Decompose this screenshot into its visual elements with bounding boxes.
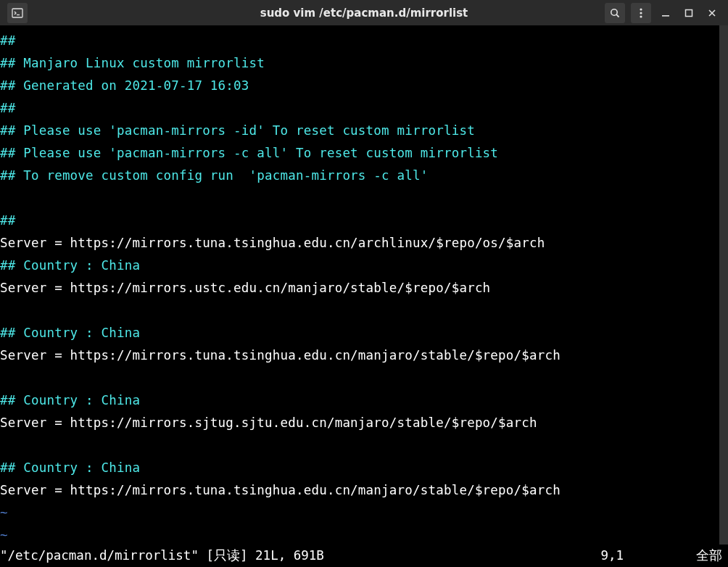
editor-line: ~ [0, 502, 719, 524]
svg-rect-8 [686, 9, 692, 16]
editor-line: Server = https://mirrors.tuna.tsinghua.e… [0, 344, 719, 367]
status-cursor-pos: 9,1 [600, 545, 624, 567]
minimize-button[interactable] [657, 3, 674, 23]
close-button[interactable] [703, 3, 721, 23]
editor-line: ## Country : China [0, 322, 719, 344]
editor-line: Server = https://mirrors.tuna.tsinghua.e… [0, 232, 719, 254]
editor-line: ## Country : China [0, 457, 719, 479]
svg-rect-7 [662, 15, 669, 17]
editor-line: ## Country : China [0, 254, 719, 277]
editor-content[interactable]: #### Manjaro Linux custom mirrorlist## G… [0, 25, 719, 567]
editor-line: Server = https://mirrors.ustc.edu.cn/man… [0, 277, 719, 299]
svg-point-6 [640, 15, 642, 17]
editor-line [0, 434, 719, 457]
svg-rect-0 [12, 9, 22, 17]
editor-line: ~ [0, 524, 719, 547]
editor-line: Server = https://mirrors.sjtug.sjtu.edu.… [0, 412, 719, 434]
editor-line: ## Please use 'pacman-mirrors -c all' To… [0, 142, 719, 165]
status-file-info: "/etc/pacman.d/mirrorlist" [只读] 21L, 691… [0, 545, 324, 567]
scrollbar[interactable] [719, 25, 728, 551]
search-button[interactable] [605, 3, 625, 23]
editor-line [0, 299, 719, 322]
svg-point-2 [611, 9, 617, 15]
status-scroll-pos: 全部 [696, 545, 722, 567]
editor-line: ## Please use 'pacman-mirrors -id' To re… [0, 120, 719, 142]
vim-status-line: "/etc/pacman.d/mirrorlist" [只读] 21L, 691… [0, 545, 728, 567]
editor-line: ## Generated on 2021-07-17 16:03 [0, 75, 719, 97]
menu-button[interactable] [631, 3, 651, 23]
editor-line: ## Country : China [0, 389, 719, 412]
editor-line: ## To remove custom config run 'pacman-m… [0, 165, 719, 187]
editor-line: ## [0, 30, 719, 52]
editor-line [0, 187, 719, 210]
editor-line: ## [0, 97, 719, 120]
svg-point-4 [640, 8, 642, 10]
titlebar: sudo vim /etc/pacman.d/mirrorlist [0, 0, 728, 25]
scroll-thumb[interactable] [719, 25, 728, 551]
editor-line: ## [0, 210, 719, 232]
maximize-button[interactable] [680, 3, 698, 23]
editor-line [0, 367, 719, 389]
svg-point-5 [640, 12, 642, 14]
editor-line: ## Manjaro Linux custom mirrorlist [0, 52, 719, 75]
editor-line: Server = https://mirrors.tuna.tsinghua.e… [0, 479, 719, 502]
svg-line-3 [616, 15, 619, 17]
terminal-app-icon[interactable] [7, 3, 28, 23]
